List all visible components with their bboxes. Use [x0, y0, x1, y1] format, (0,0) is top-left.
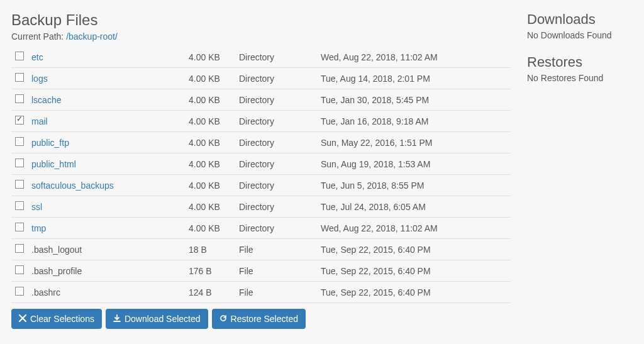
- row-checkbox[interactable]: [15, 137, 24, 146]
- size-cell: 4.00 KB: [185, 68, 235, 89]
- type-cell: Directory: [235, 153, 317, 175]
- size-cell: 24 B: [185, 303, 235, 304]
- size-cell: 18 B: [185, 239, 235, 260]
- folder-link[interactable]: mail: [31, 116, 48, 126]
- folder-link[interactable]: public_html: [31, 159, 76, 169]
- table-row: public_ftp4.00 KBDirectorySun, May 22, 2…: [11, 132, 511, 153]
- type-cell: Directory: [235, 132, 317, 153]
- restore-label: Restore Selected: [231, 314, 298, 324]
- type-cell: Directory: [235, 89, 317, 111]
- path-link[interactable]: /backup-root/: [66, 31, 118, 42]
- size-cell: 4.00 KB: [185, 47, 235, 68]
- row-checkbox[interactable]: [15, 287, 24, 296]
- type-cell: File: [235, 282, 317, 303]
- table-row: logs4.00 KBDirectoryTue, Aug 14, 2018, 2…: [11, 68, 511, 89]
- folder-link[interactable]: logs: [31, 74, 48, 84]
- table-row: public_html4.00 KBDirectorySun, Aug 19, …: [11, 153, 511, 175]
- table-row: softaculous_backups4.00 KBDirectoryTue, …: [11, 175, 511, 196]
- folder-link[interactable]: etc: [31, 52, 43, 62]
- downloads-empty: No Downloads Found: [527, 30, 635, 40]
- type-cell: Directory: [235, 175, 317, 196]
- table-row: tmp4.00 KBDirectoryWed, Aug 22, 2018, 11…: [11, 218, 511, 239]
- restore-selected-button[interactable]: Restore Selected: [212, 309, 306, 329]
- date-cell: Sun, May 22, 2016, 1:51 PM: [317, 303, 511, 304]
- date-cell: Tue, Aug 14, 2018, 2:01 PM: [317, 68, 511, 89]
- download-icon: [113, 314, 121, 324]
- row-checkbox[interactable]: [15, 52, 24, 60]
- size-cell: 176 B: [185, 260, 235, 282]
- clear-label: Clear Selections: [30, 314, 94, 324]
- folder-link[interactable]: lscache: [31, 95, 61, 105]
- table-row: .contactemail24 BFileSun, May 22, 2016, …: [11, 303, 511, 304]
- date-cell: Tue, Sep 22, 2015, 6:40 PM: [317, 260, 511, 282]
- page-title: Backup Files: [11, 11, 511, 29]
- date-cell: Tue, Jul 24, 2018, 6:05 AM: [317, 196, 511, 218]
- download-label: Download Selected: [125, 314, 201, 324]
- date-cell: Tue, Jan 30, 2018, 5:45 PM: [317, 89, 511, 111]
- type-cell: Directory: [235, 196, 317, 218]
- folder-link[interactable]: softaculous_backups: [31, 180, 114, 191]
- download-selected-button[interactable]: Download Selected: [106, 309, 208, 329]
- date-cell: Sun, May 22, 2016, 1:51 PM: [317, 132, 511, 153]
- type-cell: Directory: [235, 68, 317, 89]
- row-checkbox[interactable]: [15, 244, 24, 253]
- type-cell: File: [235, 239, 317, 260]
- row-checkbox[interactable]: [15, 116, 24, 125]
- type-cell: File: [235, 303, 317, 304]
- refresh-icon: [219, 314, 227, 324]
- side-panel: Downloads No Downloads Found Restores No…: [518, 0, 644, 344]
- date-cell: Tue, Sep 22, 2015, 6:40 PM: [317, 239, 511, 260]
- size-cell: 4.00 KB: [185, 196, 235, 218]
- folder-link[interactable]: ssl: [31, 202, 42, 212]
- folder-link[interactable]: public_ftp: [31, 138, 69, 148]
- file-label: .bashrc: [31, 287, 60, 297]
- type-cell: Directory: [235, 111, 317, 132]
- file-label: .bash_profile: [31, 266, 82, 276]
- action-bar: Clear Selections Download Selected Resto…: [11, 309, 306, 329]
- date-cell: Sun, Aug 19, 2018, 1:53 AM: [317, 153, 511, 175]
- size-cell: 4.00 KB: [185, 111, 235, 132]
- type-cell: Directory: [235, 218, 317, 239]
- table-row: .bashrc124 BFileTue, Sep 22, 2015, 6:40 …: [11, 282, 511, 303]
- table-row: lscache4.00 KBDirectoryTue, Jan 30, 2018…: [11, 89, 511, 111]
- row-checkbox[interactable]: [15, 180, 24, 189]
- row-checkbox[interactable]: [15, 94, 24, 103]
- size-cell: 124 B: [185, 282, 235, 303]
- date-cell: Tue, Jun 5, 2018, 8:55 PM: [317, 175, 511, 196]
- date-cell: Tue, Sep 22, 2015, 6:40 PM: [317, 282, 511, 303]
- type-cell: Directory: [235, 47, 317, 68]
- breadcrumb: Current Path: /backup-root/: [11, 31, 511, 42]
- restores-empty: No Restores Found: [527, 73, 635, 83]
- file-label: .bash_logout: [31, 245, 82, 255]
- table-row: etc4.00 KBDirectoryWed, Aug 22, 2018, 11…: [11, 47, 511, 68]
- size-cell: 4.00 KB: [185, 89, 235, 111]
- size-cell: 4.00 KB: [185, 175, 235, 196]
- table-row: .bash_logout18 BFileTue, Sep 22, 2015, 6…: [11, 239, 511, 260]
- close-icon: [19, 314, 26, 324]
- folder-link[interactable]: tmp: [31, 223, 46, 233]
- size-cell: 4.00 KB: [185, 218, 235, 239]
- row-checkbox[interactable]: [15, 201, 24, 210]
- size-cell: 4.00 KB: [185, 132, 235, 153]
- main-panel: Backup Files Current Path: /backup-root/…: [0, 0, 518, 344]
- row-checkbox[interactable]: [15, 265, 24, 274]
- type-cell: File: [235, 260, 317, 282]
- table-row: ssl4.00 KBDirectoryTue, Jul 24, 2018, 6:…: [11, 196, 511, 218]
- clear-selections-button[interactable]: Clear Selections: [11, 309, 102, 329]
- file-table: etc4.00 KBDirectoryWed, Aug 22, 2018, 11…: [11, 47, 511, 303]
- downloads-heading: Downloads: [527, 11, 635, 28]
- path-label: Current Path:: [11, 31, 66, 42]
- table-row: mail4.00 KBDirectoryTue, Jan 16, 2018, 9…: [11, 111, 511, 132]
- row-checkbox[interactable]: [15, 158, 24, 167]
- restores-heading: Restores: [527, 54, 635, 70]
- date-cell: Tue, Jan 16, 2018, 9:18 AM: [317, 111, 511, 132]
- size-cell: 4.00 KB: [185, 153, 235, 175]
- file-table-scroll[interactable]: etc4.00 KBDirectoryWed, Aug 22, 2018, 11…: [11, 47, 511, 303]
- table-row: .bash_profile176 BFileTue, Sep 22, 2015,…: [11, 260, 511, 282]
- date-cell: Wed, Aug 22, 2018, 11:02 AM: [317, 218, 511, 239]
- row-checkbox[interactable]: [15, 223, 24, 231]
- date-cell: Wed, Aug 22, 2018, 11:02 AM: [317, 47, 511, 68]
- row-checkbox[interactable]: [15, 73, 24, 82]
